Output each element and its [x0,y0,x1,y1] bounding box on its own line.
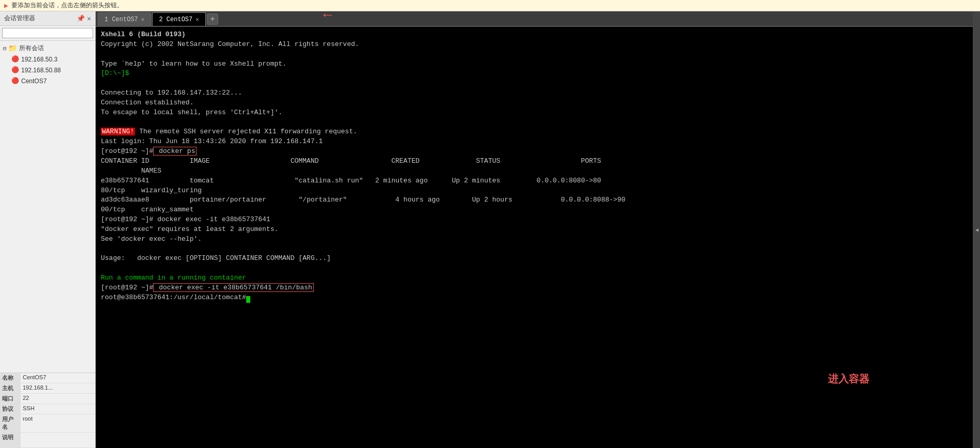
search-input[interactable] [2,28,93,38]
session-tree: ⊟ 📁 所有会话 🔴 192.168.50.3 🔴 192.168.50.88 … [0,41,95,373]
protocol-value: SSH [21,404,95,414]
usage: Usage: docker exec [OPTIONS] CONTAINER C… [101,254,331,262]
session-label-1: 192.168.50.3 [21,56,57,63]
run-desc: Run a command in a running container [101,274,246,282]
row1: e38b65737641 tomcat "catalina.sh run" 2 … [101,177,601,184]
prompt4: [root@192 ~]# [101,284,153,291]
tab-1-label: 1 CentOS7 [104,16,138,23]
close-sidebar-icon[interactable]: ✕ [87,14,91,23]
terminal-header: Xshell 6 (Build 0193) [101,30,186,38]
new-tab-button[interactable]: + [207,13,218,25]
warning-highlight: WARNING! [101,128,135,135]
row2-extra: 00/tcp cranky_sammet [101,206,193,213]
last-login: Last login: Thu Jun 18 13:43:26 2020 fro… [101,137,323,145]
desc-label: 说明 [0,432,21,447]
protocol-label: 协议 [0,404,21,414]
sidebar-title: 会话管理器 [4,14,35,23]
session-item-1[interactable]: 🔴 192.168.50.3 [0,54,95,65]
user-label: 用户名 [0,414,21,432]
sidebar-header: 会话管理器 📌 ✕ [0,11,95,26]
tab-bar-container: 1 CentOS7 ✕ 2 CentOS7 ✕ + ← 重新开一个窗口 [96,11,973,27]
col-names: NAMES [101,167,161,175]
cmd1-box: docker ps [153,147,197,156]
tab-bar: 1 CentOS7 ✕ 2 CentOS7 ✕ + ← 重新开一个窗口 [96,11,973,27]
session-label-2: 192.168.50.88 [21,67,61,74]
host-value: 192.168.1... [21,383,95,393]
notification-text: 要添加当前会话，点击左侧的箭头按钮。 [11,1,123,10]
connecting: Connecting to 192.168.147.132:22... [101,89,242,97]
cmd3: docker exec -it e38b65737641 /bin/bash [155,284,312,291]
escape-info: To escape to local shell, press 'Ctrl+Al… [101,109,282,116]
established: Connection established. [101,99,193,106]
error2: See 'docker exec --help'. [101,235,202,243]
port-label: 端口 [0,394,21,404]
tab-1[interactable]: 1 CentOS7 ✕ [98,12,151,26]
notification-bar: ▶ 要添加当前会话，点击左侧的箭头按钮。 [0,0,980,11]
col-headers: CONTAINER ID IMAGE COMMAND CREATED STATU… [101,157,601,165]
help-line: Type `help' to learn how to use Xshell p… [101,60,287,68]
name-value: CentOS7 [21,373,95,383]
session-info-panel: 名称 CentOS7 主机 192.168.1... 端口 22 协议 SSH … [0,373,95,448]
cmd2: docker exec -it e38b65737641 [153,215,270,223]
error1: "docker exec" requires at least 2 argume… [101,225,278,233]
terminal-area: 1 CentOS7 ✕ 2 CentOS7 ✕ + ← 重新开一个窗口 Xshe… [96,11,973,448]
name-label: 名称 [0,373,21,383]
tab-1-close[interactable]: ✕ [141,16,145,23]
notification-icon: ▶ [4,2,8,10]
host-label: 主机 [0,383,21,393]
root-label: 所有会话 [19,44,44,53]
folder-icon: 📁 [8,44,17,53]
user-value: root [21,414,95,432]
session-item-2[interactable]: 🔴 192.168.50.88 [0,65,95,75]
add-icon: + [210,15,215,23]
final-prompt: root@e38b65737641:/usr/local/tomcat# [101,293,246,301]
arrow-annotation: ← [323,11,332,23]
tab-2-close[interactable]: ✕ [195,16,199,23]
sidebar: 会话管理器 📌 ✕ ⊟ 📁 所有会话 🔴 192.168.50.3 🔴 192.… [0,11,96,448]
conn-icon-2: 🔴 [11,66,19,74]
terminal-wrapper: Xshell 6 (Build 0193) Copyright (c) 2002… [96,27,973,448]
row1-extra: 80/tcp wizardly_turing [101,187,202,194]
cmd1: docker ps [155,147,195,155]
port-value: 22 [21,394,95,404]
collapse-icon[interactable]: ◀ [974,227,979,233]
pin-icon[interactable]: 📌 [77,14,85,23]
session-item-3[interactable]: 🔴 CentOS7 [0,75,95,86]
tab-2-label: 2 CentOS7 [159,16,192,23]
prompt1: [D:\~]$ [101,69,129,77]
desc-value [21,432,95,447]
row2: ad3dc63aaae8 portainer/portainer "/porta… [101,196,625,204]
tree-root-all-sessions[interactable]: ⊟ 📁 所有会话 [0,43,95,54]
session-label-3: CentOS7 [21,78,47,85]
prompt3: [root@192 ~]# [101,215,153,223]
conn-icon-3: 🔴 [11,77,19,85]
cmd3-box: docker exec -it e38b65737641 /bin/bash [153,283,313,292]
conn-icon-1: 🔴 [11,55,19,63]
right-collapse-panel: ◀ [973,11,980,448]
terminal[interactable]: Xshell 6 (Build 0193) Copyright (c) 2002… [96,27,973,448]
tab-2[interactable]: 2 CentOS7 ✕ [152,12,205,26]
warning-rest: The remote SSH server rejected X11 forwa… [135,128,357,135]
prompt2: [root@192 ~]# [101,147,153,155]
copyright: Copyright (c) 2002 NetSarang Computer, I… [101,40,359,48]
sidebar-search-bar [0,26,95,41]
cursor [246,296,250,303]
expand-icon: ⊟ [3,45,6,52]
